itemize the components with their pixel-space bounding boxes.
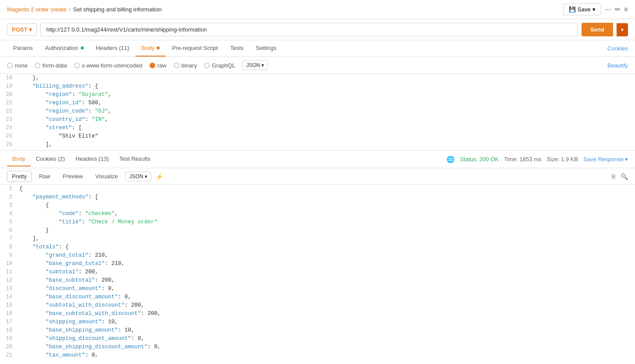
breadcrumb-separator: / [69,6,71,13]
option-raw[interactable]: raw [150,62,167,69]
body-options-row: none form-data x-www-form-urlencoded raw… [0,57,635,74]
code-line: 27 "postcode": "364001", [0,149,635,151]
code-line: 22 "region_code": "GJ", [0,107,635,116]
option-binary[interactable]: binary [174,62,197,69]
tab-params[interactable]: Params [7,40,39,57]
resp-tab-tests[interactable]: Test Results [114,152,156,166]
form-data-radio[interactable] [35,63,40,68]
cookies-link[interactable]: Cookies [607,45,628,52]
request-body-editor[interactable]: 18 },19 "billing_address": {20 "region":… [0,74,635,151]
code-line: 4 "code": "checkmo", [0,210,635,218]
code-line: 9 "grand_total": 210, [0,251,635,260]
status-time: Time: 1853 ms [504,156,542,163]
request-bar: POST ▾ Send ▾ [0,19,635,40]
tab-authorization[interactable]: Authorization [39,40,90,57]
code-line: 23 "country_id": "IN", [0,116,635,124]
top-bar: Magento 2 order create / Set shipping an… [0,0,635,19]
edit-button[interactable]: ✏ [615,5,621,14]
none-radio[interactable] [7,63,13,68]
more-options-button[interactable]: ··· [605,5,611,14]
urlencoded-radio[interactable] [74,63,80,68]
code-line: 3 { [0,201,635,210]
code-line: 13 "discount_amount": 0, [0,285,635,293]
code-line: 18 "base_shipping_amount": 10, [0,326,635,335]
send-button[interactable]: Send [581,23,613,36]
code-line: 25 "Shiv Elite" [0,132,635,141]
code-line: 8 "totals": { [0,243,635,251]
tab-prerequest[interactable]: Pre-request Script [166,40,224,57]
tab-settings[interactable]: Settings [250,40,282,57]
code-line: 24 "street": [ [0,124,635,132]
code-line: 5 "title": "Check / Money order" [0,218,635,226]
globe-icon: 🌐 [446,155,455,163]
code-line: 7 ], [0,235,635,243]
code-line: 15 "subtotal_with_discount": 200, [0,301,635,310]
request-title: Set shipping and billing information [73,6,162,13]
resp-tab-body[interactable]: Body [7,152,31,166]
beautify-link[interactable]: Beautify [607,62,628,69]
fmt-raw[interactable]: Raw [34,171,55,182]
response-format-select[interactable]: JSON ▾ [125,172,151,181]
method-label: POST [12,26,27,33]
code-line: 20 "region": "Gujarat", [0,91,635,99]
raw-radio[interactable] [150,63,155,68]
code-line: 2 "payment_methods": [ [0,193,635,201]
status-size: Size: 1.9 KB [547,156,578,163]
response-status-area: 🌐 Status: 200 OK Time: 1853 ms Size: 1.9… [446,155,628,163]
graphql-radio[interactable] [204,63,210,68]
auth-dot [81,46,84,49]
send-dropdown-arrow[interactable]: ▾ [617,23,628,36]
app-name[interactable]: Magento 2 order create [7,6,66,13]
tab-tests[interactable]: Tests [224,40,250,57]
code-line: 20 "base_shipping_discount_amount": 0, [0,343,635,351]
code-line: 11 "subtotal": 200, [0,268,635,276]
response-section: Body Cookies (2) Headers (13) Test Resul… [0,151,635,364]
tab-body[interactable]: Body [136,40,166,57]
resp-tab-cookies[interactable]: Cookies (2) [31,152,70,166]
history-button[interactable]: ≡ [624,6,628,14]
code-line: 16 "base_subtotal_with_discount": 200, [0,310,635,318]
response-body-viewer: 1{2 "payment_methods": [3 {4 "code": "ch… [0,185,635,364]
code-line: 21 "region_id": 580, [0,99,635,107]
save-icon: 💾 [569,6,576,13]
save-response-button[interactable]: Save Response ▾ [583,156,628,163]
code-line: 14 "base_discount_amount": 0, [0,293,635,301]
code-line: 26 ], [0,141,635,149]
code-line: 17 "shipping_amount": 10, [0,318,635,326]
status-ok: Status: 200 OK [460,156,499,163]
top-bar-actions: 💾 Save ▾ ··· ✏ ≡ [563,4,628,15]
code-line: 18 }, [0,74,635,82]
code-line: 19 "billing_address": { [0,82,635,91]
option-form-data[interactable]: form-data [35,62,67,69]
resp-tab-headers[interactable]: Headers (13) [70,152,114,166]
fmt-pretty[interactable]: Pretty [7,171,32,182]
body-format-select[interactable]: JSON ▾ [242,60,268,70]
code-line: 12 "base_subtotal": 200, [0,276,635,285]
method-dropdown[interactable]: POST ▾ [7,23,37,36]
url-input[interactable] [40,23,578,36]
code-line: 1{ [0,185,635,193]
copy-icon[interactable]: ⎘ [612,173,615,180]
code-line: 10 "base_grand_total": 210, [0,260,635,268]
binary-radio[interactable] [174,63,179,68]
tab-headers[interactable]: Headers (11) [90,40,136,57]
body-dot [157,46,160,49]
code-line: 21 "tax_amount": 0, [0,351,635,360]
code-line: 6 } [0,226,635,235]
method-chevron: ▾ [29,26,32,33]
fmt-preview[interactable]: Preview [58,171,88,182]
save-label: Save [578,6,591,13]
option-urlencoded[interactable]: x-www-form-urlencoded [74,62,143,69]
fmt-visualize[interactable]: Visualize [90,171,123,182]
option-graphql[interactable]: GraphQL [204,62,235,69]
response-tabs-row: Body Cookies (2) Headers (13) Test Resul… [0,151,635,168]
breadcrumb: Magento 2 order create / Set shipping an… [7,6,563,13]
request-tabs: Params Authorization Headers (11) Body P… [0,40,635,57]
save-button[interactable]: 💾 Save ▾ [563,4,601,15]
filter-icon[interactable]: ⚡ [156,173,163,180]
save-chevron: ▾ [592,6,596,13]
option-none[interactable]: none [7,62,28,69]
search-icon[interactable]: 🔍 [621,173,628,180]
code-line: 19 "shipping_discount_amount": 0, [0,335,635,343]
response-format-row: Pretty Raw Preview Visualize JSON ▾ ⚡ ⎘ … [0,168,635,185]
